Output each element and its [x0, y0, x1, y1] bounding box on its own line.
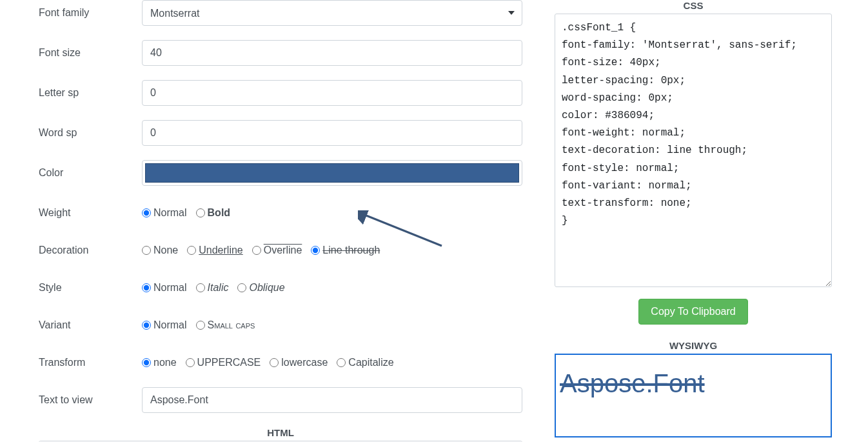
transform-none-radio[interactable]: none [142, 357, 177, 368]
word-sp-label: Word sp [39, 127, 142, 139]
weight-normal-radio[interactable]: Normal [142, 207, 187, 219]
decoration-underline-radio[interactable]: Underline [187, 245, 242, 256]
transform-capitalize-radio[interactable]: Capitalize [337, 357, 393, 368]
wysiwyg-preview: Aspose.Font [555, 354, 832, 437]
style-oblique-radio[interactable]: Oblique [237, 282, 284, 294]
style-oblique-text: Oblique [249, 282, 284, 294]
transform-capitalize-text: Capitalize [348, 357, 393, 368]
wysiwyg-text: Aspose.Font [560, 369, 705, 398]
style-normal-text: Normal [153, 282, 187, 294]
font-size-label: Font size [39, 47, 142, 59]
font-family-select[interactable]: Montserrat [142, 0, 522, 26]
variant-normal-radio[interactable]: Normal [142, 319, 187, 331]
variant-smallcaps-radio[interactable]: Small caps [196, 319, 255, 331]
decoration-overline-radio[interactable]: Overline [252, 245, 302, 256]
wysiwyg-section-title: WYSIWYG [555, 340, 832, 351]
style-italic-radio[interactable]: Italic [196, 282, 229, 294]
weight-bold-text: Bold [208, 207, 231, 219]
weight-normal-text: Normal [153, 207, 187, 219]
decoration-none-radio[interactable]: None [142, 245, 178, 256]
word-sp-input[interactable] [142, 120, 522, 146]
weight-bold-radio[interactable]: Bold [196, 207, 231, 219]
decoration-linethrough-text: Line through [322, 245, 380, 256]
variant-normal-text: Normal [153, 319, 187, 331]
style-italic-text: Italic [208, 282, 229, 294]
style-normal-radio[interactable]: Normal [142, 282, 187, 294]
transform-uppercase-text: UPPERCASE [197, 357, 261, 368]
color-picker[interactable] [142, 160, 522, 186]
copy-to-clipboard-button[interactable]: Copy To Clipboard [638, 299, 747, 325]
transform-lowercase-radio[interactable]: lowercase [270, 357, 328, 368]
transform-uppercase-radio[interactable]: UPPERCASE [186, 357, 261, 368]
text-to-view-input[interactable] [142, 387, 522, 413]
letter-sp-input[interactable] [142, 80, 522, 106]
decoration-none-text: None [153, 245, 178, 256]
variant-smallcaps-text: Small caps [208, 319, 255, 331]
weight-label: Weight [39, 207, 142, 219]
css-output[interactable] [555, 14, 832, 287]
style-label: Style [39, 282, 142, 294]
variant-label: Variant [39, 319, 142, 331]
decoration-linethrough-radio[interactable]: Line through [311, 245, 380, 256]
letter-sp-label: Letter sp [39, 87, 142, 99]
color-label: Color [39, 167, 142, 179]
css-section-title: CSS [555, 0, 832, 11]
text-to-view-label: Text to view [39, 394, 142, 406]
decoration-underline-text: Underline [199, 245, 242, 256]
html-section-title: HTML [39, 427, 522, 438]
decoration-overline-text: Overline [264, 245, 302, 256]
font-size-input[interactable] [142, 40, 522, 66]
color-swatch [145, 163, 519, 183]
font-family-label: Font family [39, 7, 142, 19]
transform-none-text: none [153, 357, 177, 368]
decoration-label: Decoration [39, 245, 142, 256]
transform-lowercase-text: lowercase [281, 357, 328, 368]
transform-label: Transform [39, 357, 142, 368]
